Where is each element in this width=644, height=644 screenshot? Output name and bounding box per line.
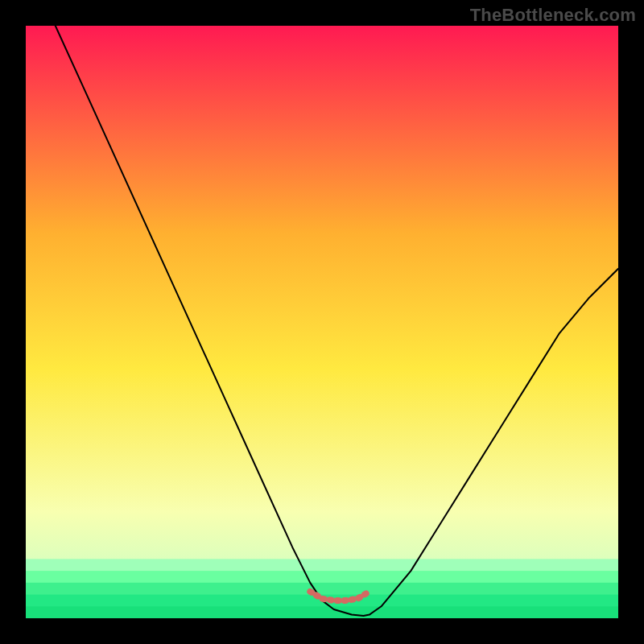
bottom-stripe: [26, 559, 618, 571]
bottom-stripe: [26, 606, 618, 618]
chart-frame: TheBottleneck.com: [0, 0, 644, 644]
bottom-stripe: [26, 571, 618, 583]
chart-svg: [26, 26, 618, 618]
plot-area: [26, 26, 618, 618]
gradient-background: [26, 26, 618, 618]
bottom-stripe: [26, 583, 618, 595]
watermark-text: TheBottleneck.com: [470, 5, 636, 26]
